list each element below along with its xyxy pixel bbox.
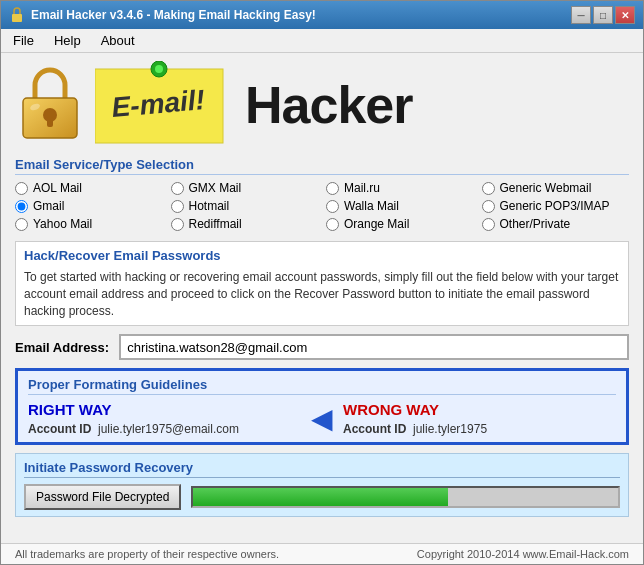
recovery-section: Initiate Password Recovery Password File… <box>15 453 629 517</box>
email-service-label: Email Service/Type Selection <box>15 157 629 175</box>
maximize-button[interactable]: □ <box>593 6 613 24</box>
svg-rect-3 <box>47 117 53 127</box>
radio-gmail[interactable]: Gmail <box>15 199 163 213</box>
title-bar-controls: ─ □ ✕ <box>571 6 635 24</box>
header-area: E-mail! Hacker <box>15 61 629 149</box>
progress-bar-container <box>191 486 620 508</box>
email-service-section: Email Service/Type Selection AOL Mail GM… <box>15 157 629 231</box>
radio-aol[interactable]: AOL Mail <box>15 181 163 195</box>
decrypt-button[interactable]: Password File Decrypted <box>24 484 181 510</box>
format-right-col: RIGHT WAY Account ID julie.tyler1975@ema… <box>28 401 301 436</box>
format-grid: RIGHT WAY Account ID julie.tyler1975@ema… <box>28 401 616 436</box>
radio-hotmail[interactable]: Hotmail <box>171 199 319 213</box>
email-service-grid: AOL Mail GMX Mail Mail.ru Generic Webmai… <box>15 181 629 231</box>
radio-walla[interactable]: Walla Mail <box>326 199 474 213</box>
minimize-button[interactable]: ─ <box>571 6 591 24</box>
right-account-id: Account ID <box>28 422 91 436</box>
progress-bar-gray <box>448 488 618 506</box>
menu-bar: File Help About <box>1 29 643 53</box>
footer: All trademarks are property of their res… <box>1 543 643 564</box>
arrow-icon: ◀ <box>311 402 333 435</box>
lock-icon <box>15 65 85 145</box>
wrong-example-row: Account ID julie.tyler1975 <box>343 422 616 436</box>
title-bar: Email Hacker v3.4.6 - Making Email Hacki… <box>1 1 643 29</box>
footer-right: Copyright 2010-2014 www.Email-Hack.com <box>417 548 629 560</box>
email-label: Email Address: <box>15 340 109 355</box>
radio-mailru[interactable]: Mail.ru <box>326 181 474 195</box>
title-bar-left: Email Hacker v3.4.6 - Making Email Hacki… <box>9 7 316 23</box>
email-input[interactable] <box>119 334 629 360</box>
hack-description: To get started with hacking or recoverin… <box>24 269 620 319</box>
main-window: Email Hacker v3.4.6 - Making Email Hacki… <box>0 0 644 565</box>
radio-pop3[interactable]: Generic POP3/IMAP <box>482 199 630 213</box>
formatting-section: Proper Formating Guidelines RIGHT WAY Ac… <box>15 368 629 445</box>
wrong-way-label: WRONG WAY <box>343 401 616 418</box>
formatting-label: Proper Formating Guidelines <box>28 377 616 395</box>
app-icon <box>9 7 25 23</box>
app-title: Hacker <box>245 75 412 135</box>
hack-section: Hack/Recover Email Passwords To get star… <box>15 241 629 326</box>
email-address-row: Email Address: <box>15 334 629 360</box>
recovery-row: Password File Decrypted <box>24 484 620 510</box>
menu-help[interactable]: Help <box>50 32 85 49</box>
wrong-example: julie.tyler1975 <box>413 422 487 436</box>
radio-other[interactable]: Other/Private <box>482 217 630 231</box>
footer-left: All trademarks are property of their res… <box>15 548 279 560</box>
format-wrong-col: WRONG WAY Account ID julie.tyler1975 <box>343 401 616 436</box>
hack-label: Hack/Recover Email Passwords <box>24 248 620 265</box>
wrong-account-id: Account ID <box>343 422 406 436</box>
menu-about[interactable]: About <box>97 32 139 49</box>
right-example: julie.tyler1975@email.com <box>98 422 239 436</box>
radio-generic-webmail[interactable]: Generic Webmail <box>482 181 630 195</box>
radio-yahoo[interactable]: Yahoo Mail <box>15 217 163 231</box>
progress-bar-fill <box>193 488 448 506</box>
content-area: E-mail! Hacker Email Service/Type Select… <box>1 53 643 543</box>
right-way-label: RIGHT WAY <box>28 401 301 418</box>
svg-point-7 <box>155 65 163 73</box>
svg-rect-0 <box>12 14 22 22</box>
radio-rediff[interactable]: Rediffmail <box>171 217 319 231</box>
right-example-row: Account ID julie.tyler1975@email.com <box>28 422 301 436</box>
menu-file[interactable]: File <box>9 32 38 49</box>
window-title: Email Hacker v3.4.6 - Making Email Hacki… <box>31 8 316 22</box>
email-sticker: E-mail! <box>95 61 225 149</box>
recovery-label: Initiate Password Recovery <box>24 460 620 478</box>
radio-gmx[interactable]: GMX Mail <box>171 181 319 195</box>
close-button[interactable]: ✕ <box>615 6 635 24</box>
radio-orange[interactable]: Orange Mail <box>326 217 474 231</box>
